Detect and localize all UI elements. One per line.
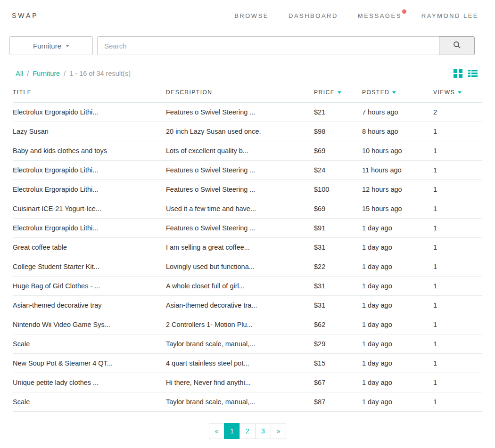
column-header-posted[interactable]: POSTED [362, 85, 433, 103]
table-row[interactable]: Scale Taylor brand scale, manual,... $29… [13, 334, 482, 354]
table-row[interactable]: Great coffee table I am selling a great … [13, 238, 482, 257]
grid-view-icon[interactable] [454, 69, 462, 78]
breadcrumb: All / Furniture / 1 - 16 of 34 result(s) [16, 70, 131, 77]
listing-title: Baby and kids clothes and toys [13, 141, 166, 161]
listing-posted: 8 hours ago [362, 122, 433, 141]
listing-views: 1 [433, 257, 482, 277]
listing-title: Scale [13, 334, 166, 354]
listing-price: $69 [314, 141, 362, 161]
table-row[interactable]: Electrolux Ergorapido Lithi... Features … [13, 180, 482, 199]
listing-posted: 1 day ago [362, 373, 433, 392]
nav-dashboard[interactable]: DASHBOARD [289, 12, 338, 19]
table-row[interactable]: New Soup Pot & Steamer 4 QT... 4 quart s… [13, 354, 482, 373]
search-bar: Furniture [0, 36, 495, 55]
listing-views: 1 [433, 141, 482, 161]
column-header-title: TITLE [13, 85, 166, 103]
listing-price: $31 [314, 277, 362, 296]
view-toggles [454, 69, 478, 78]
notification-dot [402, 9, 406, 14]
listing-price: $21 [314, 103, 362, 122]
listing-posted: 1 day ago [362, 257, 433, 277]
listing-views: 1 [433, 315, 482, 334]
table-row[interactable]: College Student Starter Kit... Lovingly … [13, 257, 482, 277]
column-header-views[interactable]: VIEWS [433, 85, 482, 103]
listing-views: 1 [433, 334, 482, 354]
table-row[interactable]: Electrolux Ergorapido Lithi... Features … [13, 161, 482, 180]
listing-description: Used it a few time and have... [166, 199, 314, 219]
listing-title: Electrolux Ergorapido Lithi... [13, 103, 166, 122]
pagination-page-3[interactable]: 3 [255, 423, 271, 439]
listing-title: Great coffee table [13, 238, 166, 257]
table-header-row: TITLE DESCRIPTION PRICE POSTED VIEWS [13, 85, 482, 103]
sort-arrow-icon [392, 91, 396, 94]
results-bar: All / Furniture / 1 - 16 of 34 result(s) [0, 69, 495, 78]
table-row[interactable]: Baby and kids clothes and toys Lots of e… [13, 141, 482, 161]
listing-price: $15 [314, 354, 362, 373]
nav-browse[interactable]: BROWSE [234, 12, 269, 19]
listing-posted: 1 day ago [362, 334, 433, 354]
table-row[interactable]: Lazy Susan 20 inch Lazy Susan used once.… [13, 122, 482, 141]
listing-posted: 1 day ago [362, 277, 433, 296]
listing-description: Features o Swivel Steering ... [166, 219, 314, 238]
pagination-page-2[interactable]: 2 [239, 423, 256, 439]
result-count: 1 - 16 of 34 result(s) [69, 70, 131, 77]
column-header-price[interactable]: PRICE [314, 85, 362, 103]
pagination: « 1 2 3 » [0, 423, 495, 439]
table-row[interactable]: Nintendo Wii Video Game Sys... 2 Control… [13, 315, 482, 334]
chevron-down-icon [66, 45, 69, 47]
listing-posted: 10 hours ago [362, 141, 433, 161]
listing-description: Lovingly used but functiona... [166, 257, 314, 277]
listing-price: $98 [314, 122, 362, 141]
table-row[interactable]: Electrolux Ergorapido Lithi... Features … [13, 103, 482, 122]
pagination-page-1[interactable]: 1 [224, 423, 240, 439]
listing-price: $69 [314, 199, 362, 219]
nav-user[interactable]: RAYMOND LEE [421, 12, 478, 19]
listing-description: A whole closet full of girl... [166, 277, 314, 296]
listing-title: Electrolux Ergorapido Lithi... [13, 219, 166, 238]
table-row[interactable]: Huge Bag of Girl Clothes - ... A whole c… [13, 277, 482, 296]
breadcrumb-furniture[interactable]: Furniture [33, 70, 60, 77]
listing-title: Nintendo Wii Video Game Sys... [13, 315, 166, 334]
listing-views: 1 [433, 122, 482, 141]
column-header-description: DESCRIPTION [166, 85, 314, 103]
breadcrumb-all[interactable]: All [16, 70, 23, 77]
listings-table: TITLE DESCRIPTION PRICE POSTED VIEWS Ele… [13, 85, 482, 412]
listing-posted: 7 hours ago [362, 103, 433, 122]
listing-description: Features o Swivel Steering ... [166, 103, 314, 122]
listing-posted: 1 day ago [362, 392, 433, 412]
search-input[interactable] [97, 36, 439, 55]
nav-messages-label: MESSAGES [358, 12, 402, 19]
listing-title: Unique petite lady clothes ... [13, 373, 166, 392]
listing-description: 2 Controllers 1- Motion Plu... [166, 315, 314, 334]
listing-views: 1 [433, 392, 482, 412]
listing-views: 1 [433, 180, 482, 199]
listing-title: Electrolux Ergorapido Lithi... [13, 161, 166, 180]
listing-description: Features o Swivel Steering ... [166, 180, 314, 199]
listing-views: 1 [433, 373, 482, 392]
brand-logo[interactable]: SWAP [12, 12, 39, 19]
listing-posted: 1 day ago [362, 354, 433, 373]
table-row[interactable]: Scale Taylor brand scale, manual,... $87… [13, 392, 482, 412]
listing-posted: 11 hours ago [362, 161, 433, 180]
table-row[interactable]: Unique petite lady clothes ... Hi there,… [13, 373, 482, 392]
category-dropdown[interactable]: Furniture [9, 36, 93, 55]
list-view-icon[interactable] [468, 69, 478, 78]
listing-price: $67 [314, 373, 362, 392]
listing-price: $91 [314, 219, 362, 238]
category-dropdown-value: Furniture [33, 42, 61, 50]
listing-price: $24 [314, 161, 362, 180]
table-row[interactable]: Electrolux Ergorapido Lithi... Features … [13, 219, 482, 238]
pagination-next[interactable]: » [271, 423, 287, 439]
sort-arrow-icon [338, 91, 341, 94]
pagination-prev[interactable]: « [209, 423, 225, 439]
listing-posted: 1 day ago [362, 315, 433, 334]
nav-messages[interactable]: MESSAGES [358, 12, 402, 19]
listing-description: Taylor brand scale, manual,... [166, 334, 314, 354]
sort-arrow-icon [458, 91, 462, 94]
search-button[interactable] [439, 36, 475, 55]
listing-views: 1 [433, 238, 482, 257]
listing-views: 1 [433, 354, 482, 373]
table-row[interactable]: Cuisinart ICE-21 Yogurt-Ice... Used it a… [13, 199, 482, 219]
top-bar: SWAP BROWSE DASHBOARD MESSAGES RAYMOND L… [0, 0, 495, 28]
table-row[interactable]: Asian-themed decorative tray Asian-theme… [13, 296, 482, 315]
